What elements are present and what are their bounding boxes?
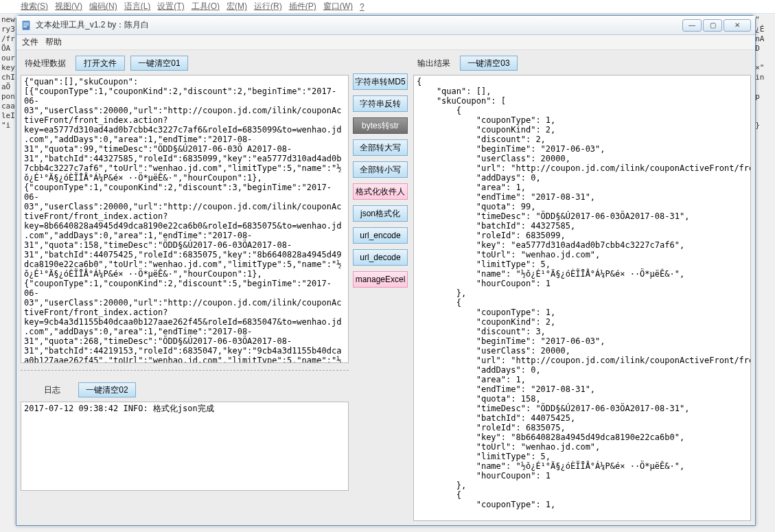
close-button[interactable]: ✕: [724, 19, 751, 32]
action-button-6[interactable]: json格式化: [353, 205, 408, 222]
input-label: 待处理数据: [21, 58, 70, 69]
separator: [21, 370, 349, 378]
bg-menu-item[interactable]: 窗口(W): [323, 1, 353, 12]
open-file-button[interactable]: 打开文件: [76, 56, 125, 71]
log-textarea[interactable]: [21, 402, 349, 491]
log-label: 日志: [40, 384, 65, 396]
background-menu-row: 搜索(S)视图(V)编码(N)语言(L)设置(T)工具(O)宏(M)运行(R)插…: [0, 0, 775, 14]
app-icon: [21, 20, 32, 31]
bg-menu-item[interactable]: 插件(P): [289, 1, 316, 12]
action-button-column: 字符串转MD5字符串反转bytes转str全部转大写全部转小写格式化收件人jso…: [353, 54, 409, 521]
bg-menu-item[interactable]: 宏(M): [227, 1, 247, 12]
clear-log-button[interactable]: 一键清空02: [78, 382, 136, 397]
action-button-5[interactable]: 格式化收件人: [353, 183, 408, 200]
input-textarea[interactable]: [21, 75, 349, 363]
bg-menu-item[interactable]: 语言(L): [124, 1, 151, 12]
action-button-7[interactable]: url_encode: [353, 227, 408, 244]
bg-menu-item[interactable]: 编码(N): [89, 1, 117, 12]
app-window: 文本处理工具_v1.2 by：陈月白 — ▢ ✕ 文件 帮助 待处理数据 打开文…: [16, 15, 756, 526]
output-label: 输出结果: [413, 58, 454, 69]
menu-help[interactable]: 帮助: [45, 36, 62, 48]
action-button-8[interactable]: url_decode: [353, 249, 408, 266]
action-button-3[interactable]: 全部转大写: [353, 139, 408, 156]
clear-input-button[interactable]: 一键清空01: [130, 56, 188, 71]
bg-menu-item[interactable]: 设置(T): [157, 1, 184, 12]
bg-menu-item[interactable]: 搜索(S): [21, 1, 48, 12]
bg-menu-item[interactable]: 工具(O): [192, 1, 220, 12]
action-button-9[interactable]: manageExcel: [353, 271, 408, 288]
clear-output-button[interactable]: 一键清空03: [460, 56, 518, 71]
maximize-button[interactable]: ▢: [703, 19, 722, 32]
bg-menu-item[interactable]: ?: [360, 2, 365, 12]
action-button-4[interactable]: 全部转小写: [353, 161, 408, 178]
window-title: 文本处理工具_v1.2 by：陈月白: [36, 19, 682, 31]
action-button-0[interactable]: 字符串转MD5: [353, 73, 408, 90]
action-button-1[interactable]: 字符串反转: [353, 95, 408, 112]
app-menu-bar: 文件 帮助: [16, 35, 755, 50]
output-textarea[interactable]: [413, 75, 751, 521]
minimize-button[interactable]: —: [682, 19, 702, 32]
titlebar[interactable]: 文本处理工具_v1.2 by：陈月白 — ▢ ✕: [16, 16, 755, 35]
bg-menu-item[interactable]: 视图(V): [55, 1, 82, 12]
menu-file[interactable]: 文件: [22, 36, 38, 48]
bg-menu-item[interactable]: 运行(R): [254, 1, 282, 12]
action-button-2[interactable]: bytes转str: [353, 117, 408, 134]
